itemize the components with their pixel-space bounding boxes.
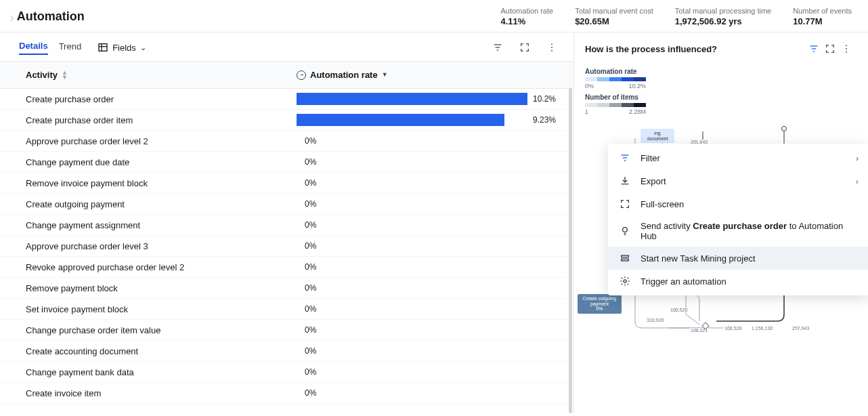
table-row[interactable]: Change purchase order item value0% <box>0 320 573 341</box>
svg-point-18 <box>623 228 628 232</box>
tab-trend[interactable]: Trend <box>59 41 81 54</box>
svg-point-6 <box>551 43 552 45</box>
rate-cell: 0% <box>297 346 560 356</box>
fullscreen-icon <box>619 198 631 210</box>
activity-cell: Remove invoice payment block <box>26 178 297 188</box>
download-icon <box>619 175 631 187</box>
table-row[interactable]: Create accounting document0% <box>0 341 573 362</box>
table-row[interactable]: Revoke approved purchase order level 20% <box>0 257 573 278</box>
rate-cell: 0% <box>297 304 560 314</box>
column-activity[interactable]: Activity ▲▼ <box>26 70 297 80</box>
legend-rate-label: Automation rate <box>585 68 857 75</box>
lightbulb-icon <box>619 225 631 237</box>
table-header: Activity ▲▼ Automation rate ▼ <box>0 61 573 89</box>
table-row[interactable]: Change payment due date0% <box>0 152 573 173</box>
kpi-value: $20.65M <box>575 16 653 26</box>
kpi: Total manual event cost$20.65M <box>575 7 653 26</box>
rate-cell: 0% <box>297 262 560 272</box>
menu-send-activity[interactable]: Send activity Create purchase order to A… <box>608 215 868 247</box>
table-row[interactable]: Remove payment block0% <box>0 278 573 299</box>
rate-cell: 0% <box>297 388 560 398</box>
activity-cell: Create outgoing payment <box>26 199 297 209</box>
rate-cell: 0% <box>297 283 560 293</box>
svg-rect-20 <box>622 259 629 261</box>
filter-icon <box>619 152 631 164</box>
rate-cell: 0% <box>297 157 560 167</box>
menu-label: Start new Task Mining project <box>641 253 756 264</box>
table-row[interactable]: Change payment bank data0% <box>0 362 573 383</box>
diagram-node[interactable]: ing document <box>641 129 674 143</box>
menu-label: Trigger an automation <box>641 276 726 287</box>
tab-details[interactable]: Details <box>19 41 48 55</box>
table-row[interactable]: Set invoice payment block0% <box>0 299 573 320</box>
activity-cell: Change payment assignment <box>26 220 297 230</box>
page-title: Automation <box>17 9 85 24</box>
activity-cell: Approve purchase order level 2 <box>26 136 297 146</box>
menu-export[interactable]: Export › <box>608 169 868 192</box>
column-automation-rate[interactable]: Automation rate ▼ <box>297 70 560 80</box>
rate-cell: 0% <box>297 241 560 251</box>
table-row[interactable]: Approve purchase order level 20% <box>0 131 573 152</box>
activity-cell: Change payment due date <box>26 157 297 167</box>
scrollbar[interactable] <box>569 88 572 413</box>
activity-cell: Create purchase order item <box>26 115 297 125</box>
activity-cell: Approve purchase order level 3 <box>26 241 297 251</box>
rate-cell: 0% <box>297 178 560 188</box>
rate-cell: 9.23% <box>297 114 560 126</box>
table-row[interactable]: Create outgoing payment0% <box>0 194 573 215</box>
task-mining-icon <box>619 252 631 264</box>
kpi: Automation rate4.11% <box>500 7 553 26</box>
sort-icon: ▲▼ <box>62 70 68 79</box>
gear-icon <box>619 275 631 287</box>
menu-label: Export <box>641 176 666 186</box>
svg-rect-0 <box>99 44 107 51</box>
right-panel-title: How is the process influenced? <box>585 44 717 54</box>
rate-cell: 0% <box>297 367 560 377</box>
rate-cell: 0% <box>297 199 560 209</box>
left-toolbar: Details Trend Fields ⌄ <box>0 33 573 61</box>
kpi-label: Number of events <box>793 7 852 15</box>
activity-cell: Revoke approved purchase order level 2 <box>26 262 297 272</box>
menu-task-mining[interactable]: Start new Task Mining project <box>608 247 868 270</box>
rate-cell: 0% <box>297 325 560 335</box>
kpi-value: 10.77M <box>793 16 852 26</box>
svg-point-13 <box>846 48 847 49</box>
kpi-value: 1,972,506.92 yrs <box>675 16 771 26</box>
table-row[interactable]: Create invoice item0% <box>0 383 573 404</box>
table-row[interactable]: Create purchase order10.2% <box>0 89 573 110</box>
activity-cell: Remove payment block <box>26 283 297 293</box>
fullscreen-icon[interactable] <box>517 39 533 56</box>
right-panel: How is the process influenced? Automatio… <box>574 33 868 413</box>
menu-fullscreen[interactable]: Full-screen <box>608 192 868 215</box>
svg-point-21 <box>624 280 626 283</box>
more-icon[interactable] <box>838 41 854 57</box>
fullscreen-icon[interactable] <box>822 41 838 57</box>
activity-cell: Create accounting document <box>26 346 297 356</box>
table-row[interactable]: Remove invoice payment block0% <box>0 173 573 194</box>
activity-cell: Change purchase order item value <box>26 325 297 335</box>
kpi-label: Automation rate <box>500 7 553 15</box>
kpi-label: Total manual processing time <box>675 7 771 15</box>
page-header: › Automation Automation rate4.11% Total … <box>0 0 868 33</box>
activity-cell: Create invoice item <box>26 388 297 398</box>
diagram-node[interactable]: Create outgoing payment0% <box>578 294 622 314</box>
activity-cell: Change payment bank data <box>26 367 297 377</box>
rate-cell: 0% <box>297 220 560 230</box>
table-row[interactable]: Approve purchase order level 30% <box>0 236 573 257</box>
menu-trigger-automation[interactable]: Trigger an automation <box>608 270 868 293</box>
filter-icon[interactable] <box>490 39 506 56</box>
menu-filter[interactable]: Filter › <box>608 146 868 169</box>
table-row[interactable]: Create purchase order item9.23% <box>0 110 573 131</box>
chevron-right-icon: › <box>9 9 14 25</box>
more-icon[interactable] <box>544 39 560 56</box>
fields-dropdown[interactable]: Fields ⌄ <box>97 42 146 53</box>
activity-table: Activity ▲▼ Automation rate ▼ Create pur… <box>0 61 573 413</box>
sort-icon: ▼ <box>382 72 388 77</box>
chevron-down-icon: ⌄ <box>140 43 146 52</box>
table-row[interactable]: Change payment assignment0% <box>0 215 573 236</box>
filter-icon[interactable] <box>806 41 822 57</box>
kpi-value: 4.11% <box>500 16 553 26</box>
menu-label: Full-screen <box>641 199 684 209</box>
left-panel: Details Trend Fields ⌄ Activity ▲▼ Autom… <box>0 33 574 413</box>
svg-point-8 <box>551 50 552 51</box>
